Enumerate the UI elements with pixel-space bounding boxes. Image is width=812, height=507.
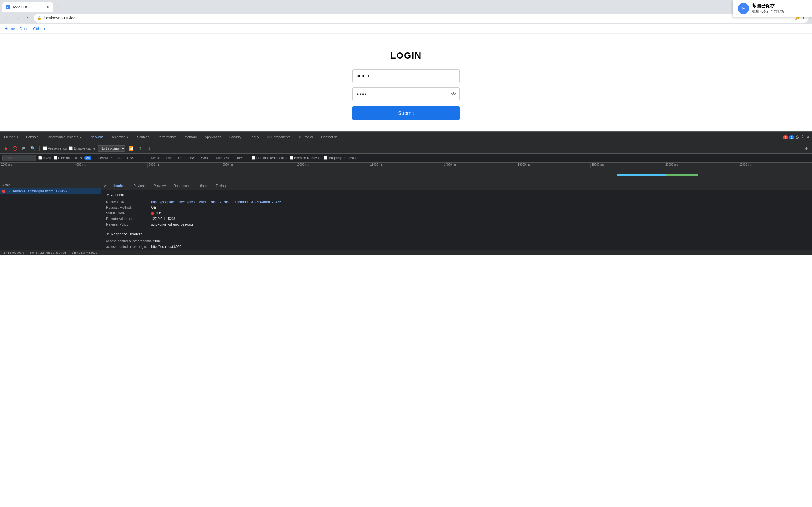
status-value: 404 xyxy=(151,211,161,215)
tab-redux[interactable]: Redux xyxy=(245,131,263,144)
tab-sources[interactable]: Sources xyxy=(133,131,153,144)
disable-cache-checkbox[interactable] xyxy=(69,147,73,150)
preserve-log-check[interactable]: Preserve log xyxy=(43,147,67,151)
detail-tab-payload[interactable]: Payload xyxy=(130,182,149,190)
tab-security[interactable]: Security xyxy=(225,131,245,144)
more-options-icon[interactable]: ⋮ xyxy=(801,135,805,140)
tab-network[interactable]: Network xyxy=(87,131,107,144)
import-icon[interactable]: ⬆ xyxy=(137,145,144,152)
settings-gear[interactable]: ⚙ xyxy=(803,145,810,152)
url-text: localhost:8000/login xyxy=(44,16,793,20)
preserve-log-checkbox[interactable] xyxy=(43,147,47,150)
password-toggle-icon[interactable]: 👁 xyxy=(451,91,456,97)
request-url-label: Request URL: xyxy=(106,200,151,204)
tab-title: Todo List xyxy=(12,5,27,9)
status-label: Status Code: xyxy=(106,211,151,215)
filter-pill-img[interactable]: Img xyxy=(138,156,147,160)
detail-tab-initiator[interactable]: Initiator xyxy=(193,182,211,190)
filter-pill-other[interactable]: Other xyxy=(233,156,245,160)
submit-button[interactable]: Submit xyxy=(352,107,460,120)
forward-button[interactable]: → xyxy=(13,14,21,22)
username-input[interactable] xyxy=(352,69,460,83)
tab-elements[interactable]: Elements xyxy=(0,131,22,144)
hide-data-urls-check[interactable]: Hide data URLs xyxy=(54,156,82,160)
network-list-item[interactable]: 1?username=admin&password=123456 xyxy=(0,188,101,194)
notification-content: 截圖已保存 截圖已保存至粘貼板 xyxy=(752,3,785,14)
tab-application[interactable]: Application xyxy=(201,131,225,144)
status-error-dot xyxy=(2,190,5,193)
tab-console[interactable]: Console xyxy=(22,131,42,144)
filter-pill-wasm[interactable]: Wasm xyxy=(199,156,212,160)
back-button[interactable]: ← xyxy=(3,14,11,22)
filter-pill-ws[interactable]: WS xyxy=(188,156,197,160)
filter-pill-all[interactable]: All xyxy=(84,156,91,160)
filter-pill-doc[interactable]: Doc xyxy=(176,156,186,160)
tick-20000: 20000 ms xyxy=(664,163,738,168)
address-bar: ← → ↻ 🔒 localhost:8000/login 🔑 ⬆ xyxy=(0,12,812,24)
response-headers-section-header[interactable]: ▼ Response Headers xyxy=(106,232,808,236)
tab-lighthouse[interactable]: Lighthouse xyxy=(317,131,342,144)
third-party-check[interactable]: 3rd-party requests xyxy=(324,156,356,160)
filter-icon[interactable]: ⊟ xyxy=(20,145,27,152)
devtools-tab-actions: 4 1 ⚙ ⋮ ✕ xyxy=(783,135,812,140)
filter-pill-js[interactable]: JS xyxy=(116,156,123,160)
tab-components[interactable]: ⚛ Components xyxy=(263,131,294,144)
active-tab[interactable]: ✓ Todo List ✕ xyxy=(2,2,53,12)
export-icon[interactable]: ⬇ xyxy=(146,145,153,152)
record-button[interactable]: ⏺ xyxy=(2,145,9,152)
tab-favicon: ✓ xyxy=(6,5,10,9)
url-bar[interactable]: 🔒 localhost:8000/login 🔑 ⬆ xyxy=(34,13,809,22)
filter-pill-css[interactable]: CSS xyxy=(125,156,136,160)
tab-profiler[interactable]: ⚛ Profiler xyxy=(294,131,317,144)
tick-12000: 12000 ms xyxy=(369,163,443,168)
network-toolbar: ⏺ 🚫 ⊟ 🔍 Preserve log Disable cache No th… xyxy=(0,144,812,154)
filter-pill-font[interactable]: Font xyxy=(164,156,174,160)
invert-check[interactable]: Invert xyxy=(38,156,51,160)
notification-icon: ✂ xyxy=(738,3,749,14)
wifi-icon[interactable]: 📶 xyxy=(128,145,135,152)
request-name: 1?username=admin&password=123456 xyxy=(7,189,99,193)
notification-subtitle: 截圖已保存至粘貼板 xyxy=(752,9,785,14)
close-devtools-icon[interactable]: ✕ xyxy=(806,135,810,140)
search-icon[interactable]: 🔍 xyxy=(29,145,36,152)
allow-credentials-row: access-control-allow-credentials: true xyxy=(106,238,808,244)
blocked-requests-checkbox[interactable] xyxy=(290,156,293,160)
remote-label: Remote Address: xyxy=(106,217,151,221)
detail-tab-response[interactable]: Response xyxy=(169,182,193,190)
new-tab-button[interactable]: + xyxy=(53,3,61,11)
detail-tab-headers[interactable]: Headers xyxy=(109,182,130,190)
tab-performance[interactable]: Performance xyxy=(153,131,181,144)
tab-recorder[interactable]: Recorder ▲ xyxy=(107,131,133,144)
sep2 xyxy=(248,155,248,161)
throttle-select[interactable]: No throttling xyxy=(98,145,125,152)
tab-memory[interactable]: Memory xyxy=(181,131,201,144)
password-input[interactable] xyxy=(352,87,460,101)
detail-close-button[interactable]: ✕ xyxy=(101,182,109,190)
tab-close-button[interactable]: ✕ xyxy=(46,5,50,9)
method-row: Request Method: GET xyxy=(106,205,808,210)
hide-data-urls-checkbox[interactable] xyxy=(54,156,57,160)
nav-home[interactable]: Home xyxy=(4,26,15,31)
timeline-bar-area xyxy=(0,168,812,182)
nav-docs[interactable]: Docs xyxy=(19,26,29,31)
detail-tab-timing[interactable]: Timing xyxy=(212,182,230,190)
detail-tab-preview[interactable]: Preview xyxy=(150,182,170,190)
disable-cache-check[interactable]: Disable cache xyxy=(69,147,95,151)
filter-pill-media[interactable]: Media xyxy=(149,156,162,160)
network-list: Name 1?username=admin&password=123456 xyxy=(0,182,101,250)
invert-checkbox[interactable] xyxy=(38,156,42,160)
third-party-checkbox[interactable] xyxy=(324,156,327,160)
reload-button[interactable]: ↻ xyxy=(24,14,32,22)
tick-2000: 2000 ms xyxy=(0,163,74,168)
nav-github[interactable]: Github xyxy=(33,26,45,31)
blocked-requests-check[interactable]: Blocked Requests xyxy=(290,156,321,160)
filter-input[interactable] xyxy=(2,155,36,161)
tab-performance-insights[interactable]: Performance insights ▲ xyxy=(42,131,87,144)
settings-icon[interactable]: ⚙ xyxy=(795,135,799,140)
has-blocked-cookies-checkbox[interactable] xyxy=(252,156,255,160)
filter-pill-manifest[interactable]: Manifest xyxy=(214,156,231,160)
filter-pill-fetch[interactable]: Fetch/XHR xyxy=(94,156,114,160)
has-blocked-cookies-check[interactable]: Has blocked cookies xyxy=(252,156,287,160)
general-section-header[interactable]: ▼ General xyxy=(106,193,808,197)
clear-button[interactable]: 🚫 xyxy=(11,145,18,152)
